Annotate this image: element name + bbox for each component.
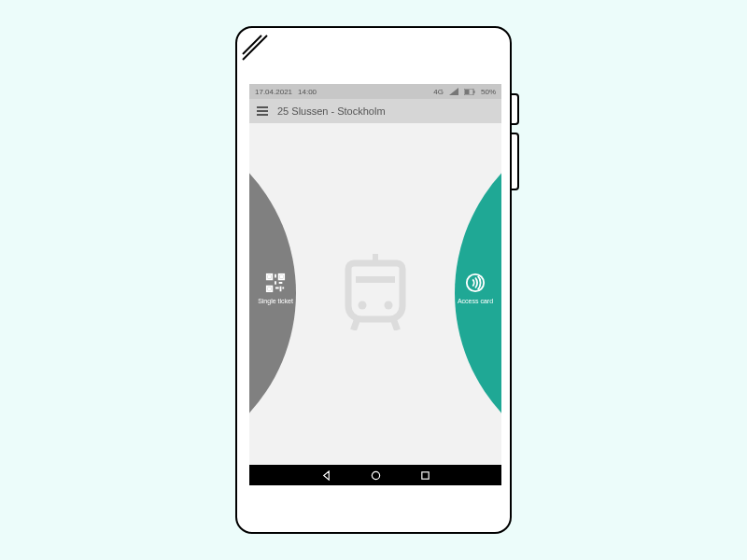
device-frame: 17.04.2021 14:00 4G 50% — [235, 26, 512, 534]
volume-button — [512, 133, 519, 190]
svg-rect-1 — [465, 90, 470, 94]
power-button — [512, 93, 519, 125]
svg-rect-17 — [421, 471, 428, 478]
single-ticket-option[interactable]: Single ticket — [253, 273, 298, 304]
svg-rect-11 — [356, 276, 395, 283]
app-bar: 25 Slussen - Stockholm — [249, 99, 501, 123]
status-date: 17.04.2021 — [255, 88, 292, 96]
battery-icon — [464, 88, 475, 96]
single-ticket-label: Single ticket — [258, 298, 293, 304]
signal-icon — [449, 88, 458, 96]
access-card-label: Access card — [458, 298, 493, 304]
status-bar: 17.04.2021 14:00 4G 50% — [249, 84, 501, 99]
screen: 17.04.2021 14:00 4G 50% — [249, 84, 501, 485]
nav-back-icon[interactable] — [321, 470, 331, 481]
status-network: 4G — [433, 88, 444, 96]
contactless-icon — [453, 273, 498, 294]
svg-point-12 — [359, 301, 367, 310]
main-stage: Single ticket Access card — [249, 123, 501, 465]
access-card-option[interactable]: Access card — [453, 273, 498, 304]
qr-icon — [253, 273, 298, 294]
menu-icon[interactable] — [257, 106, 268, 116]
svg-rect-2 — [473, 91, 475, 93]
svg-rect-7 — [281, 276, 283, 278]
svg-rect-15 — [390, 318, 401, 330]
status-battery: 50% — [481, 88, 496, 96]
tram-icon — [345, 254, 406, 334]
svg-rect-14 — [350, 318, 360, 330]
svg-point-16 — [372, 471, 379, 479]
svg-point-13 — [385, 301, 393, 310]
nav-home-icon[interactable] — [371, 470, 381, 481]
svg-rect-6 — [269, 276, 271, 278]
nav-recent-icon[interactable] — [420, 470, 430, 481]
page-title: 25 Slussen - Stockholm — [277, 105, 386, 117]
svg-rect-8 — [269, 288, 271, 290]
status-time: 14:00 — [298, 88, 317, 96]
android-nav-bar — [249, 465, 501, 485]
